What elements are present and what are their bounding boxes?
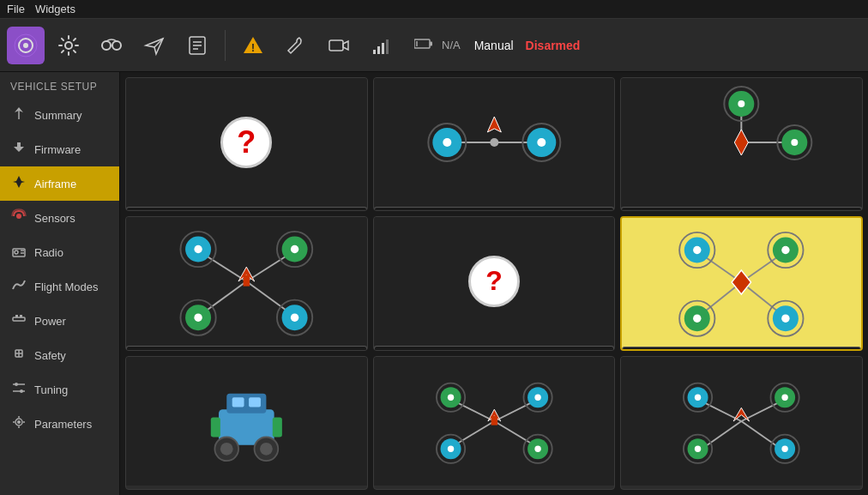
menu-file[interactable]: File	[7, 3, 25, 15]
wrench-button[interactable]	[277, 27, 315, 64]
sidebar-item-firmware[interactable]: Firmware	[0, 132, 119, 166]
parameters-label: Parameters	[34, 418, 92, 431]
svg-point-50	[490, 138, 498, 147]
svg-point-3	[65, 42, 72, 49]
qgc-logo-button[interactable]	[7, 27, 45, 64]
svg-point-5	[112, 41, 121, 50]
svg-rect-103	[211, 418, 220, 438]
sidebar-item-safety[interactable]: Safety	[0, 338, 119, 372]
sidebar-item-parameters[interactable]: Parameters	[0, 407, 119, 441]
svg-line-107	[455, 421, 494, 445]
vehicle-card-rover[interactable]: Rover	[125, 356, 368, 490]
svg-point-75	[291, 313, 298, 321]
svg-rect-102	[249, 398, 261, 407]
svg-line-126	[742, 421, 781, 449]
generic-quad-dropdown[interactable]: Generic 10" Quad + geometry	[374, 207, 615, 211]
reaper-dropdown-wrapper: Reaper 500 Quad	[621, 207, 862, 211]
xuar-question: ?	[220, 117, 272, 168]
rover-svg	[126, 370, 367, 473]
tbs-image	[126, 217, 367, 346]
svg-point-87	[782, 245, 790, 253]
generic-quad-dropdown-wrapper: Generic 10" Quad + geometry	[374, 207, 615, 211]
svg-rect-15	[386, 39, 389, 54]
holybro-dropdown[interactable]: HolyBro QAV250	[622, 347, 861, 352]
vehicle-card-xuar[interactable]: ? X-UAV Mini Talon	[125, 77, 368, 211]
sidebar-item-summary[interactable]: Summary	[0, 98, 119, 132]
svg-rect-25	[15, 315, 18, 317]
svg-text:!: !	[251, 42, 255, 54]
telemetry-button[interactable]	[363, 27, 401, 64]
svg-marker-59	[735, 130, 749, 155]
holybro-dropdown-wrapper: HolyBro QAV250	[622, 347, 861, 352]
sidebar-item-power[interactable]: Power	[0, 304, 119, 338]
svg-point-84	[693, 245, 701, 253]
spedix-image: ?	[374, 217, 615, 346]
safety-icon	[10, 346, 27, 365]
tbs-dropdown-wrapper: Team Blacksheep Discovery	[126, 346, 367, 352]
svg-line-62	[202, 281, 247, 314]
svg-line-105	[455, 401, 494, 421]
svg-rect-101	[232, 398, 244, 407]
safety-label: Safety	[34, 349, 66, 362]
spedix-dropdown-wrapper: Spedix S250AQ	[374, 346, 615, 352]
vehicle-card-sim-copter[interactable]: Simulation (Copter)	[373, 356, 616, 490]
holybro-image	[622, 218, 861, 347]
arm-status: Disarmed	[526, 39, 581, 52]
svg-point-90	[693, 314, 701, 322]
vehicle-card-sim-plane[interactable]: Simulation (Plane)	[620, 356, 863, 490]
menu-widgets[interactable]: Widgets	[35, 3, 75, 15]
xuar-image: ?	[126, 78, 367, 207]
svg-point-120	[534, 446, 540, 452]
generic-quad-svg	[374, 82, 615, 202]
warning-button[interactable]: !	[234, 27, 272, 64]
svg-line-108	[494, 421, 533, 445]
analyze-button[interactable]	[178, 27, 216, 64]
svg-marker-139	[733, 408, 749, 422]
sidebar-item-airframe[interactable]: Airframe	[0, 166, 119, 201]
summary-label: Summary	[34, 109, 82, 122]
sidebar-item-sensors[interactable]: Sensors	[0, 201, 119, 235]
spedix-dropdown[interactable]: Spedix S250AQ	[374, 346, 615, 352]
svg-rect-122	[491, 416, 497, 426]
generic-quad-image	[374, 78, 615, 207]
svg-marker-43	[487, 117, 501, 132]
toolbar-status: N/A Manual Disarmed	[414, 38, 580, 52]
svg-point-2	[23, 43, 28, 48]
radio-icon	[10, 243, 27, 262]
battery-value: N/A	[442, 39, 461, 51]
svg-line-61	[246, 253, 291, 281]
radio-label: Radio	[34, 246, 63, 259]
sidebar-item-radio[interactable]: Radio	[0, 235, 119, 269]
sidebar-item-tuning[interactable]: Tuning	[0, 372, 119, 407]
holybro-svg	[622, 218, 861, 347]
tbs-svg	[126, 217, 367, 346]
svg-rect-11	[329, 40, 343, 51]
vehicle-card-generic-quad[interactable]: Generic 10" Quad + geometry	[373, 77, 616, 211]
svg-point-55	[738, 100, 745, 107]
sensors-icon	[10, 208, 27, 227]
svg-point-4	[102, 41, 111, 50]
sidebar-item-flight-modes[interactable]: Flight Modes	[0, 269, 119, 304]
svg-point-21	[15, 251, 18, 254]
reaper-dropdown[interactable]: Reaper 500 Quad	[621, 207, 862, 211]
divider-1	[225, 30, 226, 61]
video-button[interactable]	[320, 27, 358, 64]
sim-plane-image	[621, 357, 862, 486]
flight-modes-icon	[10, 277, 27, 296]
settings-button[interactable]	[50, 27, 87, 64]
menubar: File Widgets	[0, 0, 868, 19]
vehicle-link-button[interactable]	[93, 27, 130, 64]
svg-point-93	[782, 314, 790, 322]
svg-point-72	[194, 313, 202, 321]
svg-rect-77	[244, 275, 250, 286]
svg-point-98	[220, 443, 233, 456]
send-plan-button[interactable]	[136, 27, 173, 64]
vehicle-card-tbs[interactable]: Team Blacksheep Discovery	[125, 216, 368, 352]
xuar-dropdown[interactable]: X-UAV Mini Talon	[126, 207, 367, 211]
svg-point-33	[20, 389, 23, 393]
vehicle-card-spedix[interactable]: ? Spedix S250AQ	[373, 216, 616, 352]
power-label: Power	[34, 315, 66, 328]
vehicle-card-reaper[interactable]: Reaper 500 Quad	[620, 77, 863, 211]
vehicle-card-holybro[interactable]: HolyBro QAV250	[620, 216, 863, 352]
tbs-dropdown[interactable]: Team Blacksheep Discovery	[126, 346, 367, 352]
